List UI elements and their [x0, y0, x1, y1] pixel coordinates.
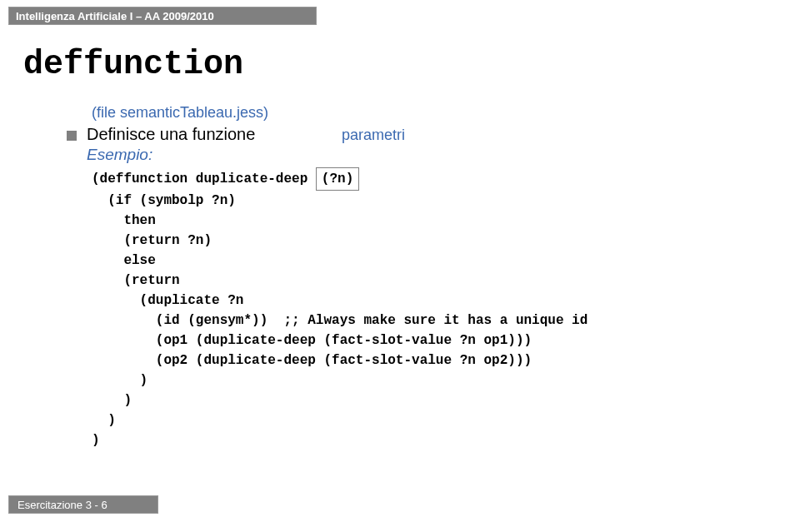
header-text: Intelligenza Artificiale I – AA 2009/201…	[16, 10, 214, 22]
header-bar: Intelligenza Artificiale I – AA 2009/201…	[8, 7, 317, 25]
code-l8: (id (gensym*)) ;; Always make sure it ha…	[92, 313, 588, 328]
bullet-text: Definisce una funzione	[87, 125, 255, 144]
file-line: (file semanticTableau.jess)	[92, 104, 588, 122]
code-l13: )	[92, 413, 116, 428]
square-bullet-icon	[67, 131, 77, 141]
bullet-line: Definisce una funzione	[67, 125, 588, 144]
code-l12: )	[92, 393, 132, 408]
footer-bar: Esercitazione 3 - 6	[8, 495, 158, 514]
code-l3: then	[92, 213, 156, 228]
code-l11: )	[92, 373, 148, 388]
code-l1a: (deffunction duplicate-deep	[92, 172, 316, 186]
parametri-label: parametri	[342, 127, 405, 144]
content-block: (file semanticTableau.jess) Definisce un…	[92, 104, 588, 450]
slide-title: deffunction	[23, 46, 243, 83]
code-block: (deffunction duplicate-deep (?n) (if (sy…	[92, 167, 588, 450]
code-l9: (op1 (duplicate-deep (fact-slot-value ?n…	[92, 333, 532, 348]
code-l4: (return ?n)	[92, 233, 212, 248]
footer-text: Esercitazione 3 - 6	[18, 499, 108, 511]
esempio-label: Esempio:	[87, 146, 588, 164]
code-l5: else	[92, 253, 156, 268]
code-l6: (return	[92, 273, 180, 288]
code-l10: (op2 (duplicate-deep (fact-slot-value ?n…	[92, 353, 532, 368]
param-box: (?n)	[316, 167, 359, 191]
code-l2: (if (symbolp ?n)	[92, 193, 236, 208]
code-l7: (duplicate ?n	[92, 293, 243, 308]
code-l14: )	[92, 433, 100, 448]
